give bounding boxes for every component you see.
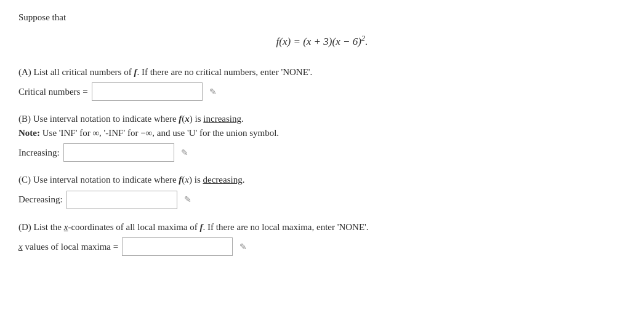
pencil-icon-b[interactable]: ✎: [178, 146, 191, 159]
section-b-label: Increasing:: [18, 148, 60, 158]
decreasing-input[interactable]: [66, 191, 177, 209]
section-d: (D) List the x-coordinates of all local …: [18, 220, 626, 256]
critical-numbers-input[interactable]: [92, 82, 203, 101]
increasing-input[interactable]: [63, 143, 174, 162]
pencil-icon-d[interactable]: ✎: [236, 240, 250, 253]
section-b-input-row: Increasing: ✎: [18, 143, 626, 162]
pencil-icon-a[interactable]: ✎: [206, 85, 220, 98]
section-a: (A) List all critical numbers of f. If t…: [18, 65, 626, 101]
pencil-icon-c[interactable]: ✎: [181, 193, 195, 207]
section-a-label: Critical numbers =: [18, 87, 88, 97]
section-d-header: (D) List the x-coordinates of all local …: [18, 220, 626, 234]
section-c-input-row: Decreasing: ✎: [18, 191, 626, 209]
section-c-header: (C) Use interval notation to indicate wh…: [18, 173, 626, 187]
section-c: (C) Use interval notation to indicate wh…: [18, 173, 626, 209]
formula-display: f(x) = (x + 3)(x − 6)2.: [18, 34, 626, 48]
section-b: (B) Use interval notation to indicate wh…: [18, 112, 626, 162]
section-c-label: Decreasing:: [18, 194, 63, 205]
intro-text: Suppose that: [18, 12, 626, 23]
section-b-header: (B) Use interval notation to indicate wh…: [18, 112, 626, 140]
section-a-input-row: Critical numbers = ✎: [18, 82, 626, 101]
section-d-input-row: x values of local maxima = ✎: [18, 237, 626, 256]
section-d-label: x values of local maxima =: [18, 242, 118, 252]
local-maxima-input[interactable]: [122, 237, 233, 256]
section-a-header: (A) List all critical numbers of f. If t…: [18, 65, 626, 79]
